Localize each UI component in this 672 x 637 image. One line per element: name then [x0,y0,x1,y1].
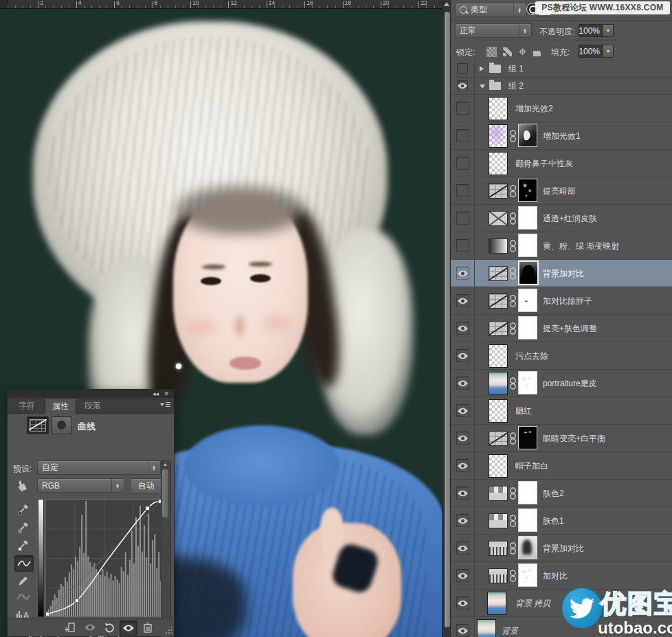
layer-mask-thumbnail[interactable] [518,124,537,147]
blend-mode-dropdown[interactable]: 正常 ▲▼ [455,23,532,38]
lock-all-icon[interactable] [533,51,540,56]
curves-adjustment-icon[interactable] [489,431,508,446]
visibility-cell[interactable] [451,205,475,232]
visibility-toggle[interactable] [456,294,469,307]
lock-transparency-icon[interactable] [486,47,497,57]
link-mask-icon[interactable] [509,239,517,252]
collapse-panel-icon[interactable]: ◂◂ [153,390,159,397]
layer-row[interactable]: 增加光效1 [451,122,672,150]
view-previous-state-icon[interactable] [82,621,98,634]
visibility-toggle[interactable] [456,624,469,637]
link-mask-icon[interactable] [509,322,517,335]
visibility-toggle[interactable] [457,63,468,74]
visibility-cell[interactable] [451,535,475,561]
layer-row[interactable]: 腮红 [451,397,672,425]
layer-row[interactable]: 加对比除脖子 [451,287,672,315]
visibility-toggle[interactable] [456,157,469,170]
targeted-adjustment-tool-icon[interactable] [13,478,31,493]
selective-adjustment-icon[interactable] [489,513,508,528]
levels-adjustment-icon[interactable] [489,568,508,583]
reset-adjustment-icon[interactable] [101,621,117,634]
link-mask-icon[interactable] [509,541,517,555]
visibility-toggle[interactable] [456,102,469,115]
visibility-cell[interactable] [451,150,475,177]
visibility-cell[interactable] [451,590,475,616]
panel-menu-icon[interactable] [160,401,170,408]
selective-adjustment-icon[interactable] [489,486,508,501]
levels-adjustment-icon[interactable] [489,541,508,556]
visibility-cell[interactable] [451,562,475,589]
link-mask-icon[interactable] [509,514,517,527]
mask-button[interactable] [52,416,72,434]
visibility-toggle[interactable] [456,184,469,197]
visibility-cell[interactable] [451,315,475,342]
opacity-value-field[interactable]: 100% [579,24,604,37]
visibility-cell[interactable] [451,425,475,451]
opacity-dropdown-arrow[interactable]: ▼ [603,24,614,37]
link-mask-icon[interactable] [509,212,517,225]
layer-thumbnail[interactable] [489,454,508,478]
visibility-toggle[interactable] [456,569,469,582]
properties-scroll-thumb[interactable] [162,469,168,517]
link-mask-icon[interactable] [509,294,517,307]
curves-graph[interactable] [8,496,175,634]
visibility-cell[interactable] [451,177,475,204]
group-expander-icon[interactable] [480,66,484,71]
curve-plot-area[interactable] [45,499,163,617]
layer-row[interactable]: 肤色2 [451,480,672,507]
layer-filter-type-dropdown[interactable]: 类型 ▲▼ [455,3,526,17]
layer-visibility-icon[interactable] [120,621,137,636]
layer-mask-thumbnail[interactable] [518,426,537,449]
lock-position-icon[interactable]: ✥ [518,47,527,56]
visibility-toggle[interactable] [456,459,469,472]
layer-thumbnail[interactable] [489,152,508,175]
layer-row[interactable]: 颧骨鼻子中性灰 [451,150,672,177]
link-mask-icon[interactable] [509,487,517,500]
layer-row[interactable]: 帽子加白 [451,452,672,480]
layer-mask-thumbnail[interactable] [518,206,537,230]
visibility-cell[interactable] [451,397,475,424]
visibility-toggle[interactable] [456,322,469,335]
visibility-cell[interactable] [451,95,475,122]
layer-row[interactable]: 眼睛变亮+白平衡 [451,425,672,452]
visibility-cell[interactable] [451,342,475,369]
scroll-up-icon[interactable]: ▲ [163,462,168,467]
visibility-toggle[interactable] [456,349,469,362]
link-mask-icon[interactable] [509,569,517,582]
link-mask-icon[interactable] [509,267,517,280]
link-mask-icon[interactable] [509,432,517,445]
gradient-adjustment-icon[interactable] [489,238,508,254]
layer-row[interactable]: 背景加对比 [451,535,672,562]
layer-mask-thumbnail[interactable] [518,481,537,504]
layer-row[interactable]: 通透+红润皮肤 [451,205,672,232]
layer-thumbnail[interactable] [489,399,508,423]
layer-mask-thumbnail[interactable] [518,316,537,339]
curve-point[interactable] [46,612,50,616]
visibility-cell[interactable] [451,507,475,534]
layer-mask-thumbnail[interactable] [518,563,537,587]
curves-adjustment-icon[interactable] [489,293,508,309]
link-mask-icon[interactable] [509,184,517,197]
layer-thumbnail[interactable] [477,619,496,637]
curve-point[interactable] [146,506,150,511]
tab-properties[interactable]: 属性 [45,398,76,414]
visibility-cell[interactable] [451,370,475,396]
link-mask-icon[interactable] [509,377,517,390]
tab-character[interactable]: 字符 [12,398,42,413]
visibility-toggle[interactable] [456,432,469,445]
close-panel-icon[interactable]: ✕ [164,390,169,397]
layer-thumbnail[interactable] [489,344,508,368]
visibility-toggle[interactable] [456,404,469,417]
channel-dropdown[interactable]: RGB ▲▼ [37,478,124,493]
visibility-cell[interactable] [451,260,475,287]
layer-row[interactable]: 组 1 [451,60,672,78]
visibility-cell[interactable] [451,60,475,77]
layer-row[interactable]: 提亮+肤色调整 [451,315,672,342]
layer-mask-thumbnail[interactable] [518,234,537,257]
layer-row[interactable]: 组 2 [451,78,672,95]
layer-thumbnail[interactable] [489,372,508,395]
auto-button[interactable]: 自动 [130,478,162,494]
layer-mask-thumbnail[interactable] [518,536,537,559]
visibility-toggle[interactable] [456,239,469,252]
visibility-toggle[interactable] [456,514,469,527]
